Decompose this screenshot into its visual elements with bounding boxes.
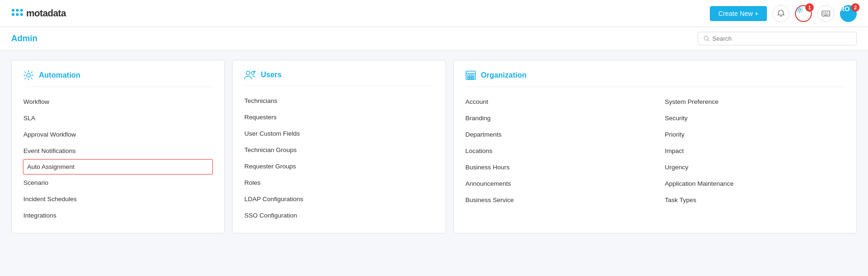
svg-rect-28	[470, 78, 472, 79]
organization-card: Organization Account Branding Department…	[453, 60, 857, 233]
org-security[interactable]: Security	[664, 110, 845, 126]
org-impact[interactable]: Impact	[664, 143, 845, 159]
automation-integrations[interactable]: Integrations	[23, 207, 213, 224]
users-technicians[interactable]: Technicians	[244, 93, 434, 109]
svg-point-4	[16, 13, 19, 16]
svg-point-1	[16, 9, 19, 12]
automation-incident-schedules[interactable]: Incident Schedules	[23, 191, 213, 207]
svg-rect-29	[472, 78, 474, 79]
search-box	[698, 32, 857, 45]
step1-badge: 1	[805, 3, 814, 12]
org-urgency[interactable]: Urgency	[664, 159, 845, 175]
create-new-button[interactable]: Create New +	[710, 6, 767, 21]
automation-event-notifications[interactable]: Event Notifications	[23, 143, 213, 159]
organization-title: Organization	[481, 71, 527, 80]
org-business-service[interactable]: Business Service	[465, 192, 646, 208]
org-col1: Account Branding Departments Locations B…	[465, 94, 646, 208]
sub-header: Admin	[0, 27, 868, 51]
automation-approval-workflow[interactable]: Approval Workflow	[23, 126, 213, 143]
step2-badge: 2	[851, 3, 860, 12]
svg-rect-26	[472, 75, 474, 77]
notification-bell-icon[interactable]	[773, 5, 789, 22]
logo-text: motadata	[26, 8, 66, 19]
users-ldap[interactable]: LDAP Configurations	[244, 191, 434, 207]
org-departments[interactable]: Departments	[465, 126, 646, 143]
automation-sla[interactable]: SLA	[23, 110, 213, 126]
org-col2: System Preference Security Priority Impa…	[664, 94, 845, 208]
automation-scenario[interactable]: Scenario	[23, 174, 213, 191]
automation-title: Automation	[39, 71, 80, 80]
users-technician-groups[interactable]: Technician Groups	[244, 142, 434, 158]
keyboard-icon[interactable]	[817, 5, 834, 22]
org-locations[interactable]: Locations	[465, 143, 646, 159]
search-icon	[704, 36, 709, 42]
top-nav: motadata Create New + 1	[0, 0, 868, 27]
svg-line-16	[708, 40, 709, 41]
org-system-preference[interactable]: System Preference	[664, 94, 845, 110]
org-app-maintenance[interactable]: Application Maintenance	[664, 175, 845, 192]
svg-point-18	[246, 71, 250, 75]
users-roles[interactable]: Roles	[244, 174, 434, 191]
svg-point-3	[12, 13, 15, 16]
logo: motadata	[11, 8, 66, 19]
main-content: Automation Workflow SLA Approval Workflo…	[0, 51, 868, 243]
logo-icon	[11, 8, 23, 19]
svg-point-6	[799, 8, 801, 11]
org-announcements[interactable]: Announcements	[465, 175, 646, 192]
automation-items: Workflow SLA Approval Workflow Event Not…	[23, 94, 213, 224]
settings-icon[interactable]: 1	[795, 5, 812, 22]
automation-auto-assignment[interactable]: Auto Assignment	[23, 159, 213, 174]
svg-point-2	[20, 9, 23, 12]
organization-icon	[465, 70, 476, 81]
svg-point-17	[27, 73, 30, 77]
svg-point-5	[20, 13, 23, 16]
organization-columns: Account Branding Departments Locations B…	[465, 94, 846, 208]
search-input[interactable]	[712, 35, 851, 42]
svg-point-0	[12, 9, 15, 12]
users-requester-groups[interactable]: Requester Groups	[244, 158, 434, 174]
page-title: Admin	[11, 34, 37, 44]
org-priority[interactable]: Priority	[664, 126, 845, 143]
automation-workflow[interactable]: Workflow	[23, 94, 213, 110]
users-title: Users	[261, 71, 281, 79]
org-branding[interactable]: Branding	[465, 110, 646, 126]
svg-rect-25	[470, 75, 472, 77]
users-requesters[interactable]: Requesters	[244, 109, 434, 125]
org-task-types[interactable]: Task Types	[664, 192, 845, 208]
svg-point-19	[251, 72, 254, 74]
automation-card: Automation Workflow SLA Approval Workflo…	[11, 60, 225, 233]
org-account[interactable]: Account	[465, 94, 646, 110]
users-card: Users Technicians Requesters User Custom…	[232, 60, 445, 233]
users-items: Technicians Requesters User Custom Field…	[244, 93, 434, 224]
users-header: Users	[244, 70, 434, 86]
user-avatar[interactable]: RO 2	[840, 5, 857, 22]
automation-icon	[23, 70, 34, 81]
users-sso[interactable]: SSO Configuration	[244, 207, 434, 224]
nav-right: Create New + 1	[710, 5, 857, 22]
svg-rect-27	[467, 78, 469, 79]
users-icon	[244, 70, 256, 80]
svg-rect-24	[467, 75, 469, 77]
org-business-hours[interactable]: Business Hours	[465, 159, 646, 175]
organization-header: Organization	[465, 70, 846, 87]
automation-header: Automation	[23, 70, 213, 87]
users-custom-fields[interactable]: User Custom Fields	[244, 125, 434, 142]
user-initials: RO	[840, 5, 850, 13]
